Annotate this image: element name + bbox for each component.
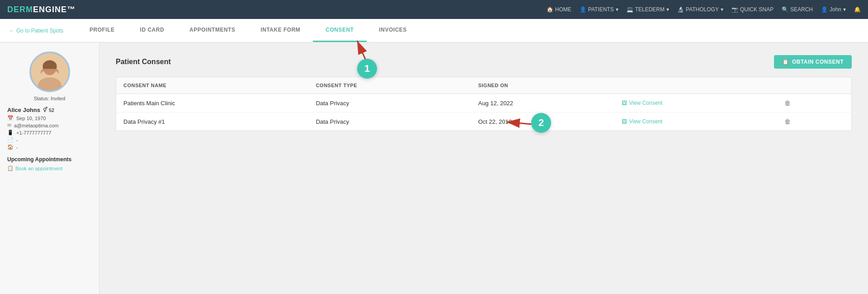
tab-profile[interactable]: PROFILE: [77, 19, 127, 42]
nav-home[interactable]: 🏠 HOME: [547, 6, 571, 13]
top-navigation: DERMENGINE™ 🏠 HOME 👤 PATIENTS ▾ 💻 TELEDE…: [0, 0, 868, 19]
delete-cell-2: 🗑: [774, 112, 851, 131]
user-icon: 👤: [821, 6, 828, 13]
phone-value: +1-7777777777: [16, 130, 51, 135]
nav-quicksnap[interactable]: 📷 QUICK SNAP: [731, 6, 774, 13]
dob-value: Sep 10, 1970: [16, 116, 46, 121]
logo-engine: ENGINE™: [33, 5, 75, 14]
nav-telederm[interactable]: 💻 TELEDERM ▾: [627, 6, 669, 13]
nav-user-label: John: [830, 6, 841, 13]
nav-user[interactable]: 👤 John ▾: [821, 6, 846, 13]
tab-idcard[interactable]: ID CARD: [127, 19, 177, 42]
tab-invoices[interactable]: INVOICES: [367, 19, 420, 42]
col-actions: [614, 77, 774, 94]
book-link-text: Book an appointment: [15, 166, 62, 171]
view-consent-label-1: View Consent: [629, 100, 662, 106]
nav-patients[interactable]: 👤 PATIENTS ▾: [580, 6, 618, 13]
sub-nav-tabs: PROFILE ID CARD APPOINTMENTS INTAKE FORM…: [77, 19, 420, 42]
col-consent-type: CONSENT TYPE: [309, 77, 471, 94]
email-icon: ✉: [7, 122, 11, 128]
nav-pathology-label: PATHOLOGY: [686, 6, 719, 13]
view-consent-link-1[interactable]: 🖼 View Consent: [622, 100, 767, 106]
delete-cell-1: 🗑: [774, 94, 851, 112]
dob-row: 📅 Sep 10, 1970: [7, 115, 92, 121]
view-consent-cell-2: 🖼 View Consent: [614, 112, 774, 131]
tab-consent[interactable]: CONSENT: [313, 19, 366, 42]
consent-type-1: Data Privacy: [309, 94, 471, 112]
book-appointment-link[interactable]: 📋 Book an appointment: [7, 165, 92, 171]
bell-icon: 🔔: [854, 6, 861, 13]
consent-content: Patient Consent 📋 OBTAIN CONSENT CONSENT…: [99, 42, 868, 294]
col-delete: [774, 77, 851, 94]
pathology-icon: 🔬: [677, 6, 684, 13]
nav-quicksnap-label: QUICK SNAP: [740, 6, 774, 13]
table-row: Patients Main Clinic Data Privacy Aug 12…: [116, 94, 852, 112]
section-title: Patient Consent: [116, 58, 171, 66]
patient-sidebar: Status: Invited Alice Johns ⚥ 52 📅 Sep 1…: [0, 42, 99, 294]
nav-patients-label: PATIENTS: [588, 6, 614, 13]
patient-age: ⚥ 52: [43, 107, 54, 113]
camera-icon: 📷: [731, 6, 738, 13]
nav-search-label: SEARCH: [790, 6, 813, 13]
search-icon: 🔍: [782, 6, 788, 13]
age-value: 52: [49, 107, 54, 113]
logo: DERMENGINE™: [7, 5, 75, 14]
view-consent-cell-1: 🖼 View Consent: [614, 94, 774, 112]
delete-button-2[interactable]: 🗑: [782, 117, 793, 126]
obtain-consent-button[interactable]: 📋 OBTAIN CONSENT: [774, 55, 852, 69]
consent-table: CONSENT NAME CONSENT TYPE SIGNED ON Pati…: [116, 77, 852, 131]
status-badge: Status: Invited: [34, 96, 66, 101]
patient-name-text: Alice Johns: [7, 107, 40, 113]
tab-intakeform[interactable]: INTAKE FORM: [248, 19, 313, 42]
top-nav-items: 🏠 HOME 👤 PATIENTS ▾ 💻 TELEDERM ▾ 🔬 PATHO…: [547, 6, 861, 13]
view-consent-icon-2: 🖼: [622, 118, 627, 125]
back-label: Go to Patient Spots: [16, 28, 63, 34]
patient-name: Alice Johns ⚥ 52: [7, 107, 92, 113]
col-consent-name: CONSENT NAME: [116, 77, 309, 94]
view-consent-link-2[interactable]: 🖼 View Consent: [622, 118, 767, 125]
col-signed-on: SIGNED ON: [471, 77, 615, 94]
phone-row: 📱 +1-7777777777: [7, 130, 92, 135]
field1-icon: 📄: [7, 137, 14, 143]
table-row: Data Privacy #1 Data Privacy Oct 22, 201…: [116, 112, 852, 131]
section-header: Patient Consent 📋 OBTAIN CONSENT: [116, 55, 852, 69]
clipboard-icon: 📋: [782, 59, 789, 65]
nav-search[interactable]: 🔍 SEARCH: [782, 6, 813, 13]
chevron-down-icon-2: ▾: [666, 6, 669, 13]
consent-name-1: Patients Main Clinic: [116, 94, 309, 112]
field1-value: -: [16, 137, 18, 143]
chevron-down-icon-3: ▾: [721, 6, 723, 13]
chevron-down-icon-4: ▾: [843, 6, 846, 13]
field1-row: 📄 -: [7, 137, 92, 143]
nav-pathology[interactable]: 🔬 PATHOLOGY ▾: [677, 6, 723, 13]
upcoming-appointments-title: Upcoming Appointments: [7, 156, 92, 163]
back-to-patient-spots[interactable]: ← Go to Patient Spots: [9, 28, 63, 34]
calendar-icon: 📅: [7, 115, 14, 121]
signed-on-1: Aug 12, 2022: [471, 94, 615, 112]
delete-button-1[interactable]: 🗑: [782, 98, 793, 107]
patients-icon: 👤: [580, 6, 586, 13]
field2-row: 🏠 -: [7, 144, 92, 150]
field2-value: -: [16, 145, 18, 150]
tab-appointments[interactable]: APPOINTMENTS: [177, 19, 248, 42]
nav-notifications[interactable]: 🔔: [854, 6, 861, 13]
email-row: ✉ a@metaoptima.com: [7, 122, 92, 128]
arrow-left-icon: ←: [9, 28, 14, 34]
logo-derm: DERM: [7, 5, 33, 14]
field2-icon: 🏠: [7, 144, 14, 150]
email-value: a@metaoptima.com: [14, 123, 59, 128]
home-icon: 🏠: [547, 6, 553, 13]
nav-home-label: HOME: [555, 6, 571, 13]
view-consent-label-2: View Consent: [629, 118, 662, 125]
obtain-consent-label: OBTAIN CONSENT: [792, 59, 844, 65]
view-consent-icon-1: 🖼: [622, 100, 627, 106]
chevron-down-icon: ▾: [616, 6, 618, 13]
consent-type-2: Data Privacy: [309, 112, 471, 131]
phone-icon: 📱: [7, 130, 14, 135]
signed-on-2: Oct 22, 2019: [471, 112, 615, 131]
consent-name-2: Data Privacy #1: [116, 112, 309, 131]
gender-icon: ⚥: [43, 107, 47, 113]
telederm-icon: 💻: [627, 6, 633, 13]
nav-telederm-label: TELEDERM: [635, 6, 665, 13]
avatar-section: Status: Invited: [7, 51, 92, 101]
